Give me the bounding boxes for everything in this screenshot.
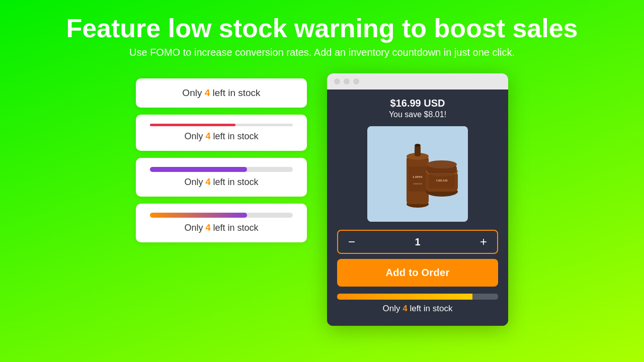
page-header: Feature low stock warning to boost sales… xyxy=(0,0,644,58)
bottom-bar-fill xyxy=(337,294,472,300)
svg-rect-6 xyxy=(409,166,427,192)
stock-card-red-bar: Only 4 left in stock xyxy=(136,115,307,151)
svg-text:CREAM: CREAM xyxy=(436,179,448,182)
browser-dot-3 xyxy=(353,78,359,84)
stock-number-purple: 4 xyxy=(205,177,210,187)
stock-text-plain: Only 4 left in stock xyxy=(182,87,260,99)
quantity-decrease-button[interactable]: − xyxy=(348,236,355,248)
left-panel: Only 4 left in stock Only 4 left in stoc… xyxy=(136,78,307,242)
content-area: Only 4 left in stock Only 4 left in stoc… xyxy=(0,73,644,326)
red-bar-track xyxy=(150,124,293,126)
bottom-stock-text: Only 4 left in stock xyxy=(337,304,498,314)
stock-card-gradient-bar: Only 4 left in stock xyxy=(136,204,307,242)
stock-card-purple-bar: Only 4 left in stock xyxy=(136,158,307,197)
svg-rect-4 xyxy=(415,145,421,156)
stock-number-red: 4 xyxy=(205,131,210,141)
browser-content: $16.99 USD You save $8.01! xyxy=(327,89,508,326)
quantity-value: 1 xyxy=(415,236,420,248)
product-price: $16.99 USD xyxy=(390,98,445,109)
bottom-bar-track xyxy=(337,294,498,300)
stock-text-red: Only 4 left in stock xyxy=(184,131,258,142)
gradient-bar-track xyxy=(150,213,293,218)
gradient-bar-fill xyxy=(150,213,247,218)
browser-bar xyxy=(327,73,508,89)
page-subtitle: Use FOMO to increase conversion rates. A… xyxy=(0,47,644,58)
stock-number-plain: 4 xyxy=(205,87,210,98)
bottom-stock-number: 4 xyxy=(403,304,407,313)
product-savings: You save $8.01! xyxy=(389,110,446,119)
red-bar-container xyxy=(150,124,293,126)
quantity-selector[interactable]: − 1 + xyxy=(337,230,498,254)
page-title: Feature low stock warning to boost sales xyxy=(0,14,644,43)
svg-text:LIPIN: LIPIN xyxy=(413,175,422,179)
svg-text:SERUM: SERUM xyxy=(413,183,422,185)
stock-number-gradient: 4 xyxy=(205,223,210,233)
stock-text-gradient: Only 4 left in stock xyxy=(184,223,258,233)
bottom-stock-bar-section: Only 4 left in stock xyxy=(337,294,498,314)
browser-window: $16.99 USD You save $8.01! xyxy=(327,73,508,326)
product-image: LIPIN SERUM CREAM xyxy=(367,126,468,222)
quantity-increase-button[interactable]: + xyxy=(480,236,487,248)
stock-card-plain: Only 4 left in stock xyxy=(136,78,307,108)
browser-dot-1 xyxy=(334,78,340,84)
svg-point-5 xyxy=(415,144,421,147)
purple-bar-track xyxy=(150,167,293,172)
purple-bar-fill xyxy=(150,167,247,172)
add-to-order-button[interactable]: Add to Order xyxy=(337,259,498,287)
svg-point-13 xyxy=(427,160,457,168)
red-bar-fill xyxy=(150,124,235,126)
right-panel: $16.99 USD You save $8.01! xyxy=(327,73,508,326)
browser-dot-2 xyxy=(344,78,350,84)
stock-text-purple: Only 4 left in stock xyxy=(184,177,258,188)
product-image-svg: LIPIN SERUM CREAM xyxy=(367,126,468,222)
